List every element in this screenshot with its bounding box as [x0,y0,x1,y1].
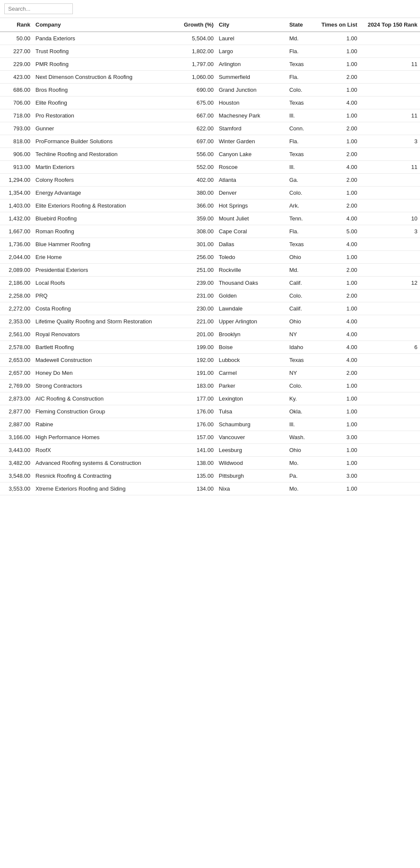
cell-times: 4.00 [315,96,360,109]
cell-rank: 1,736.00 [0,238,33,251]
cell-growth: 201.00 [169,328,216,341]
cell-city: Arlington [216,58,286,71]
cell-growth: 221.00 [169,315,216,328]
cell-rank: 2,258.00 [0,289,33,302]
cell-city: Machesney Park [216,109,286,122]
cell-top150 [360,470,420,482]
cell-state: Texas [287,96,315,109]
cell-city: Brooklyn [216,328,286,341]
cell-growth: 157.00 [169,431,216,444]
cell-top150: 11 [360,161,420,174]
cell-rank: 2,089.00 [0,264,33,277]
cell-top150 [360,315,420,328]
cell-state: Ohio [287,251,315,264]
cell-company: RoofX [33,444,169,457]
cell-city: Laurel [216,32,286,45]
table-row: 229.00 PMR Roofing 1,797.00 Arlington Te… [0,58,420,71]
cell-city: Wildwood [216,457,286,470]
cell-growth: 366.00 [169,199,216,212]
search-input[interactable] [4,3,73,14]
table-row: 906.00 Techline Roofing and Restoration … [0,148,420,161]
cell-growth: 675.00 [169,96,216,109]
cell-top150: 11 [360,58,420,71]
cell-city: Atlanta [216,174,286,187]
cell-company: Trust Roofing [33,45,169,58]
cell-company: Madewell Construction [33,354,169,367]
table-row: 2,769.00 Strong Contractors 183.00 Parke… [0,380,420,392]
cell-rank: 3,443.00 [0,444,33,457]
cell-rank: 818.00 [0,135,33,148]
cell-rank: 3,548.00 [0,470,33,482]
cell-state: Texas [287,58,315,71]
cell-rank: 3,482.00 [0,457,33,470]
cell-times: 4.00 [315,328,360,341]
table-row: 2,272.00 Costa Roofing 230.00 Lawndale C… [0,302,420,315]
table-row: 50.00 Panda Exteriors 5,504.00 Laurel Md… [0,32,420,45]
cell-rank: 718.00 [0,109,33,122]
cell-times: 1.00 [315,45,360,58]
table-row: 2,561.00 Royal Renovators 201.00 Brookly… [0,328,420,341]
cell-company: Panda Exteriors [33,32,169,45]
cell-city: Lexington [216,392,286,405]
cell-times: 4.00 [315,354,360,367]
col-times: Times on List [315,18,360,32]
cell-top150: 6 [360,341,420,354]
cell-state: Md. [287,264,315,277]
cell-city: Largo [216,45,286,58]
cell-city: Grand Junction [216,84,286,96]
cell-top150 [360,264,420,277]
cell-company: Honey Do Men [33,367,169,380]
cell-top150 [360,457,420,470]
cell-rank: 1,354.00 [0,187,33,199]
cell-company: AIC Roofing & Construction [33,392,169,405]
cell-growth: 192.00 [169,354,216,367]
cell-state: Colo. [287,380,315,392]
table-row: 2,258.00 PRQ 231.00 Golden Colo. 2.00 [0,289,420,302]
cell-growth: 308.00 [169,225,216,238]
cell-times: 1.00 [315,277,360,289]
cell-company: Strong Contractors [33,380,169,392]
table-row: 3,548.00 Resnick Roofing & Contracting 1… [0,470,420,482]
cell-growth: 176.00 [169,405,216,418]
table-row: 706.00 Elite Roofing 675.00 Houston Texa… [0,96,420,109]
cell-growth: 138.00 [169,457,216,470]
table-row: 2,578.00 Bartlett Roofing 199.00 Boise I… [0,341,420,354]
cell-rank: 2,769.00 [0,380,33,392]
col-top150: 2024 Top 150 Rank [360,18,420,32]
cell-growth: 552.00 [169,161,216,174]
table-row: 1,736.00 Blue Hammer Roofing 301.00 Dall… [0,238,420,251]
cell-city: Parker [216,380,286,392]
cell-company: Fleming Construction Group [33,405,169,418]
cell-top150 [360,71,420,84]
cell-company: PMR Roofing [33,58,169,71]
cell-times: 3.00 [315,431,360,444]
cell-state: Colo. [287,187,315,199]
cell-city: Roscoe [216,161,286,174]
cell-company: Blue Hammer Roofing [33,238,169,251]
cell-state: Colo. [287,289,315,302]
cell-top150: 11 [360,109,420,122]
cell-top150 [360,328,420,341]
cell-rank: 2,887.00 [0,418,33,431]
cell-state: Calif. [287,277,315,289]
cell-rank: 423.00 [0,71,33,84]
cell-company: ProFormance Builder Solutions [33,135,169,148]
cell-top150 [360,354,420,367]
cell-top150: 3 [360,135,420,148]
table-row: 913.00 Martin Exteriors 552.00 Roscoe Il… [0,161,420,174]
cell-growth: 191.00 [169,367,216,380]
cell-times: 1.00 [315,251,360,264]
cell-state: NY [287,367,315,380]
cell-top150 [360,367,420,380]
cell-rank: 706.00 [0,96,33,109]
cell-city: Schaumburg [216,418,286,431]
cell-state: Fla. [287,225,315,238]
cell-city: Houston [216,96,286,109]
cell-company: Martin Exteriors [33,161,169,174]
table-row: 423.00 Next Dimenson Construction & Roof… [0,71,420,84]
cell-times: 4.00 [315,238,360,251]
cell-rank: 1,432.00 [0,212,33,225]
table-row: 2,887.00 Rabine 176.00 Schaumburg Ill. 1… [0,418,420,431]
cell-company: Local Roofs [33,277,169,289]
cell-growth: 359.00 [169,212,216,225]
